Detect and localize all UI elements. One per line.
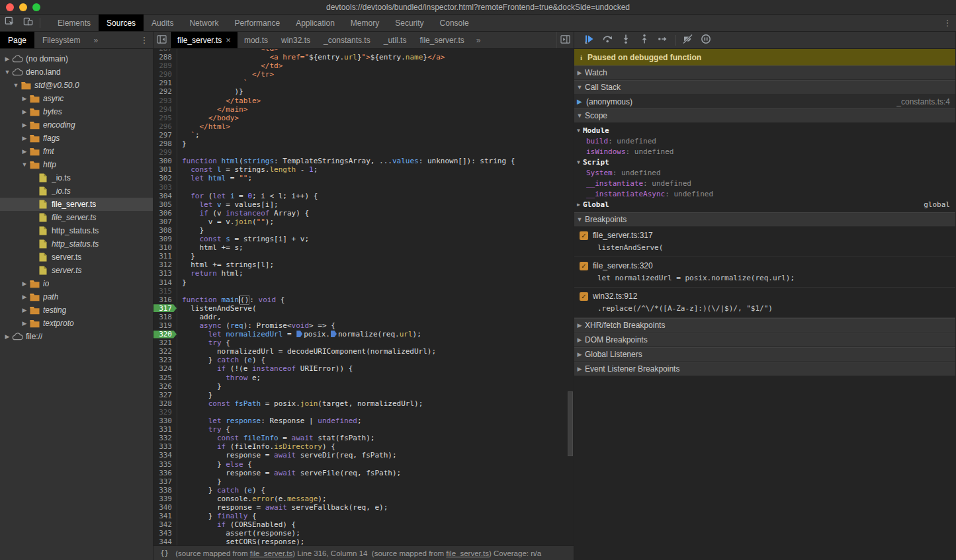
tree-item--io-ts[interactable]: _io.ts [0,171,153,184]
code-line[interactable]: 319 async (req): Promise<void> => { [153,321,574,330]
code-line[interactable]: 312 html += strings[l]; [153,260,574,269]
code-line[interactable]: 315 [153,287,574,296]
code-line[interactable]: 313 return html; [153,269,574,278]
line-number-gutter[interactable]: 314 [153,278,177,287]
tree-item--no-domain-[interactable]: ▶(no domain) [0,52,153,65]
line-number-gutter[interactable]: 292 [153,87,177,96]
editor-tab-file-server-ts[interactable]: file_server.ts× [171,32,238,48]
code-line[interactable]: 323 } catch (e) { [153,356,574,364]
navigator-tab-page[interactable]: Page [0,32,34,48]
navigator-tab-filesystem[interactable]: Filesystem [34,32,88,48]
line-number-gutter[interactable]: 304 [153,192,177,200]
code-line[interactable]: 329 [153,408,574,417]
code-line[interactable]: 342 if (CORSEnabled) { [153,520,574,529]
code-line[interactable]: 321 try { [153,339,574,347]
device-toolbar-button[interactable] [19,15,37,31]
step-button[interactable] [654,32,672,49]
code-line[interactable]: 309 const s = strings[i] + v; [153,235,574,243]
tree-item-bytes[interactable]: ▶bytes [0,105,153,118]
inline-breakpoint-marker-icon[interactable] [296,331,302,337]
line-number-gutter[interactable]: 337 [153,477,177,486]
section-header-global-listeners[interactable]: ▶Global Listeners [574,347,955,362]
line-number-gutter[interactable]: 315 [153,287,177,296]
code-line[interactable]: 305 let v = values[i]; [153,200,574,209]
code-line[interactable]: 311 } [153,252,574,260]
code-line[interactable]: 314} [153,278,574,287]
line-number-gutter[interactable]: 312 [153,260,177,269]
code-line[interactable]: 306 if (v instanceof Array) { [153,209,574,218]
navigator-more-tabs-button[interactable]: » [88,32,103,48]
code-line[interactable]: 298} [153,140,574,148]
breakpoint-entry[interactable]: ✓file_server.ts:317listenAndServe( [574,227,955,257]
inline-breakpoint-marker-icon[interactable] [331,331,337,337]
code-line[interactable]: 325 throw e; [153,374,574,382]
code-line[interactable]: 334 response = await serveDir(req, fsPat… [153,451,574,460]
tab-audits[interactable]: Audits [144,15,181,31]
line-number-gutter[interactable]: 306 [153,209,177,218]
code-line[interactable]: 316function main(): void { [153,296,574,304]
code-line[interactable]: 337 } [153,477,574,486]
breakpoint-entry[interactable]: ✓file_server.ts:320let normalizedUrl = p… [574,257,955,288]
line-number-gutter[interactable]: 299 [153,148,177,157]
tree-item--io-ts[interactable]: _io.ts [0,184,153,198]
line-number-gutter[interactable]: 296 [153,122,177,131]
line-number-gutter[interactable]: 336 [153,469,177,477]
code-line[interactable]: 328 const fsPath = posix.join(target, no… [153,399,574,408]
line-number-gutter[interactable]: 289 [153,61,177,70]
section-header-dom-breakpoints[interactable]: ▶DOM Breakpoints [574,333,955,347]
tree-item-file-server-ts[interactable]: file_server.ts [0,211,153,224]
line-number-gutter[interactable]: 308 [153,226,177,235]
line-number-gutter[interactable]: 322 [153,347,177,356]
tree-item-http[interactable]: ▼http [0,158,153,171]
line-number-gutter[interactable]: 341 [153,512,177,520]
code-line[interactable]: 308 } [153,226,574,235]
source-map-link[interactable]: file_server.ts [446,549,489,557]
step-out-button[interactable] [635,32,654,49]
line-number-gutter[interactable]: 288 [153,53,177,61]
tab-memory[interactable]: Memory [343,15,387,31]
line-number-gutter[interactable]: 326 [153,382,177,391]
line-number-gutter[interactable]: 335 [153,460,177,469]
tab-security[interactable]: Security [387,15,431,31]
code-line[interactable]: 331 try { [153,425,574,434]
section-header-event-listener-breakpoints[interactable]: ▶Event Listener Breakpoints [574,362,955,376]
tree-item-std-v0-50-0[interactable]: ▼std@v0.50.0 [0,79,153,92]
line-number-gutter[interactable]: 342 [153,520,177,529]
code-line[interactable]: 318 addr, [153,313,574,321]
deactivate-breakpoints-button[interactable] [678,32,697,49]
code-line[interactable]: 341 } finally { [153,512,574,520]
devtools-menu-button[interactable]: ⋮ [939,15,956,31]
code-line[interactable]: 336 response = await serveFile(req, fsPa… [153,469,574,477]
editor-tab--util-ts[interactable]: _util.ts [377,32,413,48]
code-line[interactable]: 332 const fileInfo = await stat(fsPath); [153,434,574,442]
scope-script[interactable]: ▼Script [574,157,955,167]
tab-network[interactable]: Network [181,15,226,31]
line-number-gutter[interactable]: 297 [153,131,177,140]
line-number-gutter[interactable]: 313 [153,269,177,278]
code-line[interactable]: 327 } [153,391,574,399]
line-number-gutter[interactable]: 316 [153,296,177,304]
tree-item-http-status-ts[interactable]: http_status.ts [0,224,153,237]
code-line[interactable]: 307 v = v.join(""); [153,218,574,226]
line-number-gutter[interactable]: 339 [153,495,177,503]
line-number-gutter[interactable]: 324 [153,364,177,373]
source-map-link[interactable]: file_server.ts [250,549,293,557]
tree-item-textproto[interactable]: ▶textproto [0,317,153,330]
close-icon[interactable]: × [226,35,231,45]
line-number-gutter[interactable]: 295 [153,114,177,122]
line-number-gutter[interactable]: 291 [153,79,177,87]
line-number-gutter[interactable]: 321 [153,339,177,347]
scope-global[interactable]: ▶Globalglobal [574,199,955,210]
code-line[interactable]: 299 [153,148,574,157]
code-line[interactable]: 300function html(strings: TemplateString… [153,157,574,165]
breakpoint-checkbox[interactable]: ✓ [580,292,588,301]
tree-item-io[interactable]: ▶io [0,277,153,290]
code-line[interactable]: 288 <a href="${entry.url}">${entry.name}… [153,53,574,61]
line-number-gutter[interactable]: 319 [153,321,177,330]
code-line[interactable]: 333 if (fileInfo.isDirectory) { [153,442,574,451]
tree-item-http-status-ts[interactable]: http_status.ts [0,237,153,251]
code-line[interactable]: 296 </html> [153,122,574,131]
line-number-gutter[interactable]: 325 [153,374,177,382]
code-line[interactable]: 317 listenAndServe( [153,304,574,313]
code-line[interactable]: 293 </table> [153,97,574,105]
